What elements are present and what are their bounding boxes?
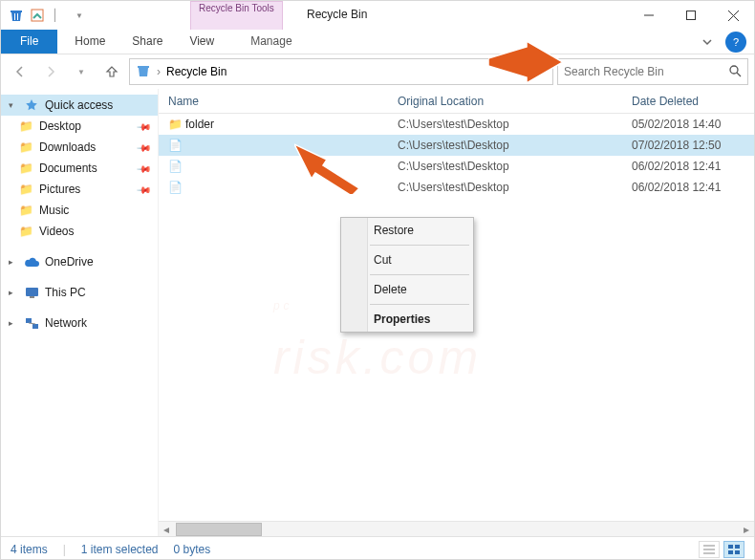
qat-separator-icon: ▏ (51, 8, 66, 23)
close-button[interactable] (712, 1, 754, 30)
scroll-left-icon[interactable]: ◂ (159, 522, 174, 537)
svg-rect-12 (32, 324, 38, 329)
cloud-icon (24, 254, 39, 269)
sidebar-item-pictures[interactable]: 📁Pictures📌 (1, 179, 158, 200)
chevron-right-icon: ▸ (9, 257, 18, 267)
pin-icon: 📌 (137, 161, 152, 176)
ribbon-tools-label: Recycle Bin Tools (191, 2, 282, 13)
annotation-arrow-restore (294, 140, 361, 194)
file-icon: 📄 (168, 139, 185, 152)
back-button[interactable] (7, 58, 33, 85)
sidebar-item-documents[interactable]: 📁Documents📌 (1, 158, 158, 179)
svg-rect-17 (728, 545, 733, 549)
status-selected: 1 item selected (81, 543, 159, 556)
sidebar-quick-access-label: Quick access (45, 98, 113, 112)
table-row[interactable]: 📄 C:\Users\test\Desktop 06/02/2018 12:41 (159, 177, 754, 198)
ribbon-expand-icon[interactable] (693, 30, 722, 54)
context-properties[interactable]: Properties (341, 307, 473, 332)
context-cut[interactable]: Cut (341, 248, 473, 272)
breadcrumb-separator-icon: › (157, 65, 161, 78)
scroll-right-icon[interactable]: ▸ (739, 522, 754, 537)
status-size: 0 bytes (174, 543, 211, 556)
search-box[interactable] (557, 58, 748, 85)
context-delete[interactable]: Delete (341, 277, 473, 302)
chevron-right-icon: ▸ (9, 318, 18, 328)
main-area: ▾ Quick access 📁Desktop📌 📁Downloads📌 📁Do… (1, 89, 754, 536)
svg-rect-18 (735, 545, 740, 549)
context-restore[interactable]: Restore (341, 218, 473, 243)
title-bar: ▏ ▼ Recycle Bin Tools Recycle Bin (1, 1, 754, 30)
pin-icon: 📌 (137, 182, 152, 197)
view-details-button[interactable] (699, 541, 720, 558)
svg-rect-0 (11, 11, 22, 12)
recycle-bin-small-icon (136, 63, 151, 81)
column-name[interactable]: Name (168, 95, 398, 108)
help-button[interactable]: ? (725, 32, 746, 53)
svg-line-13 (29, 323, 35, 324)
file-list-area: Name Original Location Date Deleted 📁 fo… (159, 89, 754, 536)
sidebar-quick-access[interactable]: ▾ Quick access (1, 95, 158, 116)
svg-rect-3 (687, 11, 696, 20)
star-icon (24, 97, 39, 113)
annotation-arrow-search (488, 41, 565, 89)
breadcrumb-location[interactable]: Recycle Bin (166, 65, 226, 78)
qat-dropdown-icon[interactable]: ▼ (72, 8, 87, 23)
svg-rect-19 (728, 550, 733, 554)
home-tab[interactable]: Home (61, 30, 119, 54)
column-location[interactable]: Original Location (398, 95, 632, 108)
sidebar-item-downloads[interactable]: 📁Downloads📌 (1, 137, 158, 158)
file-tab[interactable]: File (1, 30, 57, 54)
svg-rect-20 (735, 550, 740, 554)
network-icon (24, 315, 39, 331)
folder-icon: 📁 (18, 203, 33, 218)
folder-icon: 📁 (18, 182, 33, 197)
sidebar-item-desktop[interactable]: 📁Desktop📌 (1, 116, 158, 137)
quick-access-toolbar: ▏ ▼ (1, 8, 87, 23)
maximize-button[interactable] (670, 1, 712, 30)
navigation-pane: ▾ Quick access 📁Desktop📌 📁Downloads📌 📁Do… (1, 89, 159, 536)
chevron-down-icon: ▾ (9, 100, 18, 110)
search-icon[interactable] (728, 64, 742, 80)
table-row[interactable]: 📄 C:\Users\test\Desktop 06/02/2018 12:41 (159, 156, 754, 177)
file-icon: 📄 (168, 160, 185, 173)
ribbon-tabs: File Home Share View Manage ? (1, 30, 754, 54)
properties-icon[interactable] (30, 8, 45, 23)
forward-button[interactable] (37, 58, 64, 85)
address-bar-row: ▼ › Recycle Bin (1, 54, 754, 89)
pin-icon: 📌 (137, 140, 152, 155)
chevron-right-icon: ▸ (9, 288, 18, 297)
share-tab[interactable]: Share (119, 30, 176, 54)
sidebar-onedrive[interactable]: ▸OneDrive (1, 251, 158, 272)
folder-icon: 📁 (18, 118, 33, 134)
sidebar-network[interactable]: ▸Network (1, 312, 158, 334)
table-row[interactable]: 📄 C:\Users\test\Desktop 07/02/2018 12:50 (159, 135, 754, 156)
folder-icon: 📁 (18, 161, 33, 176)
svg-rect-9 (26, 288, 38, 296)
svg-line-8 (737, 73, 741, 76)
view-tab[interactable]: View (176, 30, 227, 54)
window-controls (628, 1, 754, 30)
computer-icon (24, 285, 39, 300)
table-row[interactable]: 📁 folder C:\Users\test\Desktop 05/02/201… (159, 114, 754, 135)
column-date[interactable]: Date Deleted (632, 95, 754, 108)
sidebar-item-videos[interactable]: 📁Videos (1, 221, 158, 242)
pin-icon: 📌 (137, 118, 152, 134)
view-large-icons-button[interactable] (723, 541, 744, 558)
search-input[interactable] (564, 65, 728, 78)
recycle-bin-icon (9, 8, 24, 23)
svg-point-7 (730, 66, 738, 74)
column-headers[interactable]: Name Original Location Date Deleted (159, 89, 754, 114)
sidebar-item-music[interactable]: 📁Music (1, 200, 158, 221)
scroll-thumb[interactable] (176, 523, 262, 536)
minimize-button[interactable] (628, 1, 670, 30)
horizontal-scrollbar[interactable]: ◂ ▸ (159, 521, 754, 536)
manage-tab[interactable]: Manage (237, 30, 305, 54)
up-button[interactable] (98, 58, 125, 85)
status-bar: 4 items | 1 item selected 0 bytes (1, 536, 754, 560)
folder-icon: 📁 (18, 224, 33, 239)
sidebar-this-pc[interactable]: ▸This PC (1, 282, 158, 303)
folder-icon: 📁 (168, 118, 185, 131)
file-icon: 📄 (168, 181, 185, 194)
recent-dropdown-icon[interactable]: ▼ (68, 58, 95, 85)
status-item-count: 4 items (11, 543, 48, 556)
